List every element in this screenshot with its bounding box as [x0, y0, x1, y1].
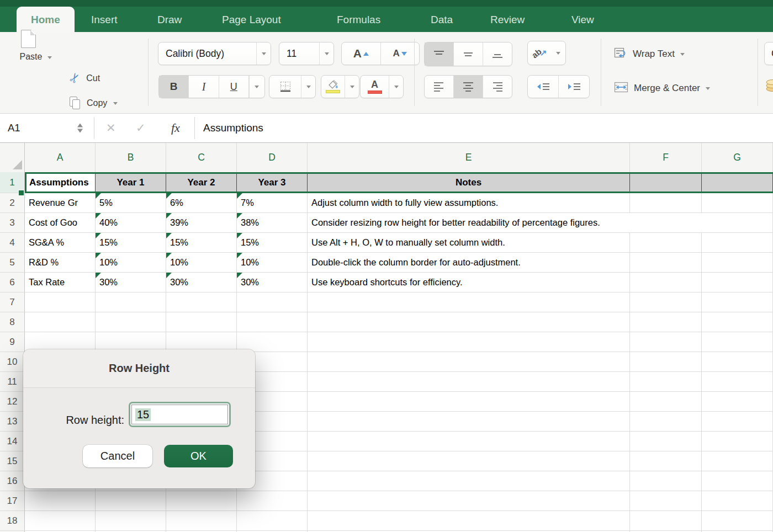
cell-E5[interactable]: Double-click the column border for auto-… — [308, 253, 630, 273]
cell-F14[interactable] — [630, 432, 702, 451]
row-header-10[interactable]: 10 — [0, 352, 25, 372]
paste-dropdown-icon[interactable] — [47, 56, 52, 59]
cell-E11[interactable] — [308, 372, 630, 392]
confirm-entry-button[interactable]: ✓ — [136, 114, 146, 142]
align-bottom-button[interactable] — [483, 42, 512, 66]
col-header-B[interactable]: B — [96, 143, 166, 172]
increase-indent-button[interactable] — [559, 76, 589, 98]
cell-G7[interactable] — [702, 292, 773, 312]
cell-G18[interactable] — [702, 511, 773, 531]
cancel-button[interactable]: Cancel — [83, 445, 152, 467]
cell-E17[interactable] — [308, 491, 630, 511]
cell-D18[interactable] — [237, 511, 308, 531]
cell-G8[interactable] — [702, 312, 773, 332]
cell-A7[interactable] — [25, 292, 96, 312]
merge-center-button[interactable]: Merge & Center — [614, 79, 710, 97]
tab-review[interactable]: Review — [490, 7, 525, 32]
row-header-13[interactable]: 13 — [0, 412, 25, 432]
font-color-button[interactable]: A — [360, 75, 404, 98]
cell-C2[interactable]: 6% — [166, 193, 237, 213]
cell-G14[interactable] — [702, 432, 773, 451]
underline-button[interactable]: U — [219, 76, 249, 98]
cell-F13[interactable] — [630, 412, 702, 432]
row-header-7[interactable]: 7 — [0, 292, 25, 312]
cell-B2[interactable]: 5% — [96, 193, 166, 213]
row-header-6[interactable]: 6 — [0, 273, 25, 292]
row-header-11[interactable]: 11 — [0, 372, 25, 392]
cell-B8[interactable] — [96, 312, 166, 332]
cell-B3[interactable]: 40% — [96, 213, 166, 233]
cell-G3[interactable] — [702, 213, 773, 233]
row-header-18[interactable]: 18 — [0, 511, 25, 531]
cell-E6[interactable]: Use keyboard shortcuts for efficiency. — [308, 273, 630, 292]
align-middle-button[interactable] — [454, 42, 483, 66]
row-header-16[interactable]: 16 — [0, 471, 25, 491]
cell-G13[interactable] — [702, 412, 773, 432]
cell-E13[interactable] — [308, 412, 630, 432]
font-name-select[interactable]: Calibri (Body) — [158, 42, 271, 65]
copy-button[interactable]: Copy — [70, 97, 118, 110]
cell-E7[interactable] — [308, 292, 630, 312]
cell-D17[interactable] — [237, 491, 308, 511]
row-header-4[interactable]: 4 — [0, 233, 25, 253]
align-top-button[interactable] — [425, 42, 454, 66]
cell-E2[interactable]: Adjust column width to fully view assump… — [308, 193, 630, 213]
col-header-E[interactable]: E — [308, 143, 630, 172]
select-all-corner[interactable] — [0, 143, 25, 172]
cell-G10[interactable] — [702, 352, 773, 372]
cell-A3[interactable]: Cost of Goo — [25, 213, 96, 233]
paste-button[interactable]: Paste — [11, 36, 51, 62]
cell-A1[interactable]: Assumptions — [27, 174, 96, 191]
row-header-2[interactable]: 2 — [0, 193, 25, 213]
wrap-text-dropdown-icon[interactable] — [680, 53, 685, 56]
cell-F2[interactable] — [630, 193, 702, 213]
cell-D5[interactable]: 10% — [237, 253, 308, 273]
cell-D1[interactable]: Year 3 — [237, 174, 308, 191]
cell-B17[interactable] — [96, 491, 166, 511]
cell-F8[interactable] — [630, 312, 702, 332]
cell-D2[interactable]: 7% — [237, 193, 308, 213]
tab-draw[interactable]: Draw — [157, 7, 182, 32]
name-box-spinner[interactable] — [77, 124, 83, 133]
row-header-12[interactable]: 12 — [0, 392, 25, 412]
cell-E12[interactable] — [308, 392, 630, 412]
cell-F18[interactable] — [630, 511, 702, 531]
cell-F17[interactable] — [630, 491, 702, 511]
cell-B7[interactable] — [96, 292, 166, 312]
col-header-G[interactable]: G — [702, 143, 773, 172]
number-format-select[interactable]: G — [764, 42, 773, 65]
tab-home[interactable]: Home — [17, 7, 75, 32]
col-header-F[interactable]: F — [630, 143, 702, 172]
cell-G15[interactable] — [702, 451, 773, 471]
cell-A4[interactable]: SG&A % — [25, 233, 96, 253]
cell-F12[interactable] — [630, 392, 702, 412]
row-header-15[interactable]: 15 — [0, 451, 25, 471]
align-left-button[interactable] — [425, 76, 454, 98]
cell-C18[interactable] — [166, 511, 237, 531]
cell-F10[interactable] — [630, 352, 702, 372]
merge-center-dropdown-icon[interactable] — [706, 87, 710, 90]
cell-B4[interactable]: 15% — [96, 233, 166, 253]
cell-G16[interactable] — [702, 471, 773, 491]
cell-A8[interactable] — [25, 312, 96, 332]
col-header-A[interactable]: A — [25, 143, 96, 172]
cut-button[interactable]: ✂ Cut — [70, 72, 100, 84]
cell-D6[interactable]: 30% — [237, 273, 308, 292]
ok-button[interactable]: OK — [164, 445, 233, 467]
cell-F5[interactable] — [630, 253, 702, 273]
cell-G11[interactable] — [702, 372, 773, 392]
cell-G9[interactable] — [702, 332, 773, 352]
cell-E3[interactable]: Consider resizing row height for better … — [308, 213, 630, 233]
italic-button[interactable]: I — [189, 76, 219, 98]
cell-F3[interactable] — [630, 213, 702, 233]
formula-content[interactable]: Assumptions — [203, 114, 263, 142]
col-header-C[interactable]: C — [166, 143, 237, 172]
cell-A17[interactable] — [25, 491, 96, 511]
cell-D4[interactable]: 15% — [237, 233, 308, 253]
decrease-indent-button[interactable] — [528, 76, 559, 98]
row-header-17[interactable]: 17 — [0, 491, 25, 511]
align-right-button[interactable] — [483, 76, 512, 98]
cell-F1[interactable] — [630, 174, 702, 191]
cell-B1[interactable]: Year 1 — [96, 174, 166, 191]
cell-G12[interactable] — [702, 392, 773, 412]
